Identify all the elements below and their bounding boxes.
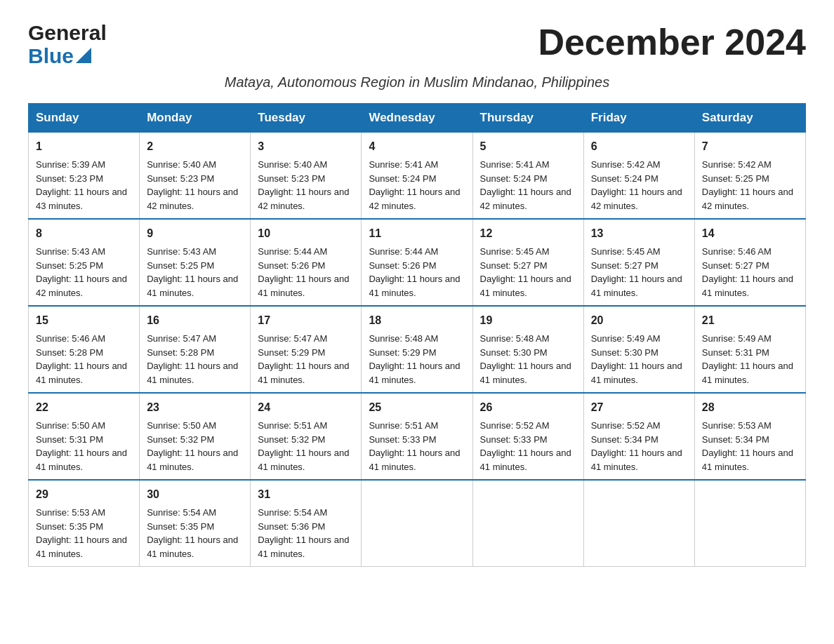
calendar-day-cell: 27Sunrise: 5:52 AMSunset: 5:34 PMDayligh… [583,393,694,480]
page-header: General Blue December 2024 [28,21,806,67]
calendar-day-cell: 11Sunrise: 5:44 AMSunset: 5:26 PMDayligh… [362,219,472,306]
day-number: 27 [591,399,687,416]
calendar-day-cell: 8Sunrise: 5:43 AMSunset: 5:25 PMDaylight… [29,219,140,306]
day-number: 9 [147,225,243,242]
calendar-day-cell: 4Sunrise: 5:41 AMSunset: 5:24 PMDaylight… [362,133,472,220]
day-number: 8 [36,225,132,242]
day-number: 12 [480,225,576,242]
logo-blue: Blue [28,44,74,67]
calendar-day-cell: 12Sunrise: 5:45 AMSunset: 5:27 PMDayligh… [472,219,583,306]
day-number: 29 [36,486,132,503]
logo-general: General [28,21,107,44]
calendar-day-cell: 13Sunrise: 5:45 AMSunset: 5:27 PMDayligh… [583,219,694,306]
day-number: 2 [147,138,243,155]
day-number: 1 [36,138,132,155]
calendar-week-row: 1Sunrise: 5:39 AMSunset: 5:23 PMDaylight… [29,133,806,220]
calendar-day-cell: 7Sunrise: 5:42 AMSunset: 5:25 PMDaylight… [694,133,805,220]
calendar-day-cell: 19Sunrise: 5:48 AMSunset: 5:30 PMDayligh… [472,306,583,393]
logo-triangle-icon [76,48,91,63]
calendar-day-cell: 23Sunrise: 5:50 AMSunset: 5:32 PMDayligh… [140,393,251,480]
day-number: 11 [369,225,465,242]
day-number: 20 [591,312,687,329]
day-number: 21 [702,312,798,329]
calendar-week-row: 15Sunrise: 5:46 AMSunset: 5:28 PMDayligh… [29,306,806,393]
day-number: 30 [147,486,243,503]
calendar-day-cell: 17Sunrise: 5:47 AMSunset: 5:29 PMDayligh… [251,306,362,393]
calendar-week-row: 22Sunrise: 5:50 AMSunset: 5:31 PMDayligh… [29,393,806,480]
logo: General Blue [28,21,107,67]
calendar-day-cell [472,480,583,567]
calendar-day-cell: 20Sunrise: 5:49 AMSunset: 5:30 PMDayligh… [583,306,694,393]
calendar-day-cell: 1Sunrise: 5:39 AMSunset: 5:23 PMDaylight… [29,133,140,220]
day-of-week-header: Tuesday [251,104,362,133]
day-number: 18 [369,312,465,329]
calendar-day-cell: 24Sunrise: 5:51 AMSunset: 5:32 PMDayligh… [251,393,362,480]
calendar-day-cell: 16Sunrise: 5:47 AMSunset: 5:28 PMDayligh… [140,306,251,393]
day-number: 24 [258,399,354,416]
day-of-week-header: Monday [140,104,251,133]
calendar-subtitle: Mataya, Autonomous Region in Muslim Mind… [28,74,806,90]
day-number: 5 [480,138,576,155]
calendar-day-cell: 10Sunrise: 5:44 AMSunset: 5:26 PMDayligh… [251,219,362,306]
calendar-week-row: 29Sunrise: 5:53 AMSunset: 5:35 PMDayligh… [29,480,806,567]
day-number: 25 [369,399,465,416]
day-number: 16 [147,312,243,329]
day-number: 26 [480,399,576,416]
day-number: 19 [480,312,576,329]
calendar-day-cell [362,480,472,567]
calendar-day-cell: 2Sunrise: 5:40 AMSunset: 5:23 PMDaylight… [140,133,251,220]
day-number: 31 [258,486,354,503]
calendar-day-cell: 28Sunrise: 5:53 AMSunset: 5:34 PMDayligh… [694,393,805,480]
day-number: 23 [147,399,243,416]
day-number: 17 [258,312,354,329]
day-number: 15 [36,312,132,329]
day-of-week-header: Friday [583,104,694,133]
calendar-day-cell [583,480,694,567]
calendar-day-cell: 6Sunrise: 5:42 AMSunset: 5:24 PMDaylight… [583,133,694,220]
day-number: 4 [369,138,465,155]
calendar-day-cell: 25Sunrise: 5:51 AMSunset: 5:33 PMDayligh… [362,393,472,480]
day-number: 10 [258,225,354,242]
calendar-day-cell: 15Sunrise: 5:46 AMSunset: 5:28 PMDayligh… [29,306,140,393]
calendar-day-cell: 9Sunrise: 5:43 AMSunset: 5:25 PMDaylight… [140,219,251,306]
calendar-day-cell: 22Sunrise: 5:50 AMSunset: 5:31 PMDayligh… [29,393,140,480]
day-number: 6 [591,138,687,155]
calendar-header-row: SundayMondayTuesdayWednesdayThursdayFrid… [29,104,806,133]
day-number: 22 [36,399,132,416]
calendar-day-cell: 5Sunrise: 5:41 AMSunset: 5:24 PMDaylight… [472,133,583,220]
day-of-week-header: Thursday [472,104,583,133]
calendar-day-cell: 21Sunrise: 5:49 AMSunset: 5:31 PMDayligh… [694,306,805,393]
calendar-week-row: 8Sunrise: 5:43 AMSunset: 5:25 PMDaylight… [29,219,806,306]
calendar-day-cell [694,480,805,567]
calendar-day-cell: 14Sunrise: 5:46 AMSunset: 5:27 PMDayligh… [694,219,805,306]
day-of-week-header: Sunday [29,104,140,133]
day-of-week-header: Saturday [694,104,805,133]
day-number: 3 [258,138,354,155]
month-title: December 2024 [538,21,806,63]
day-number: 14 [702,225,798,242]
calendar-table: SundayMondayTuesdayWednesdayThursdayFrid… [28,103,806,567]
day-number: 13 [591,225,687,242]
day-of-week-header: Wednesday [362,104,472,133]
day-number: 28 [702,399,798,416]
day-number: 7 [702,138,798,155]
calendar-day-cell: 18Sunrise: 5:48 AMSunset: 5:29 PMDayligh… [362,306,472,393]
calendar-day-cell: 31Sunrise: 5:54 AMSunset: 5:36 PMDayligh… [251,480,362,567]
calendar-day-cell: 29Sunrise: 5:53 AMSunset: 5:35 PMDayligh… [29,480,140,567]
calendar-day-cell: 3Sunrise: 5:40 AMSunset: 5:23 PMDaylight… [251,133,362,220]
svg-marker-0 [76,48,91,63]
calendar-day-cell: 26Sunrise: 5:52 AMSunset: 5:33 PMDayligh… [472,393,583,480]
calendar-day-cell: 30Sunrise: 5:54 AMSunset: 5:35 PMDayligh… [140,480,251,567]
